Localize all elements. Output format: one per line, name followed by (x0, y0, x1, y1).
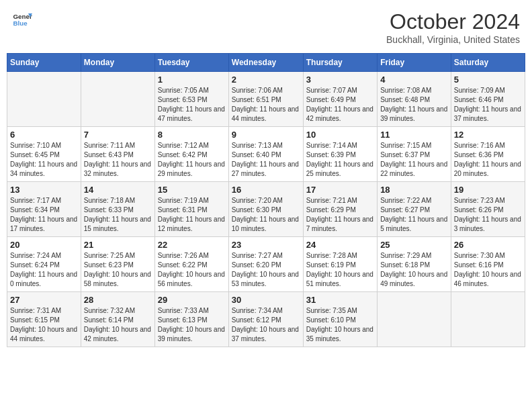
sunrise-text: Sunrise: 7:21 AM (306, 197, 357, 204)
day-number: 30 (232, 295, 300, 305)
calendar-cell: 2 Sunrise: 7:06 AM Sunset: 6:51 PM Dayli… (228, 72, 303, 127)
day-info: Sunrise: 7:32 AM Sunset: 6:14 PM Dayligh… (84, 306, 152, 344)
calendar-cell: 15 Sunrise: 7:19 AM Sunset: 6:31 PM Dayl… (154, 182, 228, 237)
calendar-body: 1 Sunrise: 7:05 AM Sunset: 6:53 PM Dayli… (7, 72, 525, 347)
sunrise-text: Sunrise: 7:31 AM (10, 307, 61, 314)
weekday-header-tuesday: Tuesday (154, 54, 228, 72)
page-header: General Blue October 2024 Buckhall, Virg… (7, 7, 525, 48)
daylight-text: Daylight: 10 hours and 46 minutes. (454, 271, 521, 287)
sunset-text: Sunset: 6:29 PM (306, 206, 356, 214)
day-number: 10 (306, 130, 374, 140)
daylight-text: Daylight: 10 hours and 53 minutes. (232, 271, 299, 287)
day-info: Sunrise: 7:33 AM Sunset: 6:13 PM Dayligh… (158, 306, 226, 344)
sunset-text: Sunset: 6:27 PM (380, 206, 430, 214)
daylight-text: Daylight: 11 hours and 27 minutes. (232, 161, 299, 177)
calendar-cell: 21 Sunrise: 7:25 AM Sunset: 6:23 PM Dayl… (81, 237, 154, 292)
calendar-cell: 1 Sunrise: 7:05 AM Sunset: 6:53 PM Dayli… (154, 72, 228, 127)
day-number: 24 (306, 240, 374, 250)
daylight-text: Daylight: 11 hours and 25 minutes. (306, 161, 373, 177)
day-number: 3 (306, 75, 374, 85)
day-number: 9 (232, 130, 300, 140)
day-number: 11 (380, 130, 448, 140)
day-info: Sunrise: 7:22 AM Sunset: 6:27 PM Dayligh… (380, 196, 448, 234)
day-info: Sunrise: 7:20 AM Sunset: 6:30 PM Dayligh… (232, 196, 300, 234)
day-number: 15 (158, 185, 226, 195)
daylight-text: Daylight: 11 hours and 34 minutes. (10, 161, 77, 177)
day-number: 28 (84, 295, 152, 305)
daylight-text: Daylight: 10 hours and 39 minutes. (158, 326, 225, 342)
sunset-text: Sunset: 6:37 PM (380, 151, 430, 158)
day-info: Sunrise: 7:19 AM Sunset: 6:31 PM Dayligh… (158, 196, 226, 234)
daylight-text: Daylight: 10 hours and 49 minutes. (380, 271, 447, 287)
day-info: Sunrise: 7:23 AM Sunset: 6:26 PM Dayligh… (454, 196, 522, 234)
daylight-text: Daylight: 11 hours and 37 minutes. (454, 105, 521, 122)
logo: General Blue (12, 9, 32, 30)
calendar-week-row: 20 Sunrise: 7:24 AM Sunset: 6:24 PM Dayl… (7, 237, 525, 292)
sunrise-text: Sunrise: 7:14 AM (306, 142, 357, 149)
day-number: 14 (84, 185, 152, 195)
day-number: 21 (84, 240, 152, 250)
daylight-text: Daylight: 10 hours and 56 minutes. (158, 271, 225, 287)
sunset-text: Sunset: 6:45 PM (10, 151, 60, 158)
calendar-cell: 5 Sunrise: 7:09 AM Sunset: 6:46 PM Dayli… (451, 72, 525, 127)
sunrise-text: Sunrise: 7:16 AM (454, 142, 505, 149)
day-info: Sunrise: 7:25 AM Sunset: 6:23 PM Dayligh… (84, 251, 152, 289)
day-info: Sunrise: 7:31 AM Sunset: 6:15 PM Dayligh… (10, 306, 78, 344)
weekday-header-thursday: Thursday (303, 54, 377, 72)
sunset-text: Sunset: 6:43 PM (84, 151, 134, 158)
weekday-header-wednesday: Wednesday (228, 54, 303, 72)
sunset-text: Sunset: 6:22 PM (158, 261, 208, 269)
title-block: October 2024 Buckhall, Virginia, United … (386, 9, 520, 45)
daylight-text: Daylight: 10 hours and 44 minutes. (10, 326, 77, 342)
sunset-text: Sunset: 6:12 PM (232, 316, 281, 324)
daylight-text: Daylight: 10 hours and 58 minutes. (84, 271, 151, 287)
sunset-text: Sunset: 6:53 PM (158, 96, 208, 103)
day-info: Sunrise: 7:10 AM Sunset: 6:45 PM Dayligh… (10, 141, 78, 179)
sunset-text: Sunset: 6:46 PM (454, 96, 504, 103)
daylight-text: Daylight: 11 hours and 0 minutes. (10, 271, 77, 287)
calendar-table: SundayMondayTuesdayWednesdayThursdayFrid… (7, 53, 525, 347)
sunset-text: Sunset: 6:20 PM (232, 261, 281, 269)
day-info: Sunrise: 7:11 AM Sunset: 6:43 PM Dayligh… (84, 141, 152, 179)
day-number: 29 (158, 295, 226, 305)
sunset-text: Sunset: 6:16 PM (454, 261, 504, 269)
calendar-cell: 6 Sunrise: 7:10 AM Sunset: 6:45 PM Dayli… (7, 127, 81, 182)
calendar-cell: 25 Sunrise: 7:29 AM Sunset: 6:18 PM Dayl… (378, 237, 451, 292)
sunset-text: Sunset: 6:33 PM (84, 206, 134, 214)
sunrise-text: Sunrise: 7:25 AM (84, 252, 135, 259)
day-info: Sunrise: 7:14 AM Sunset: 6:39 PM Dayligh… (306, 141, 374, 179)
calendar-cell: 31 Sunrise: 7:35 AM Sunset: 6:10 PM Dayl… (303, 292, 377, 347)
daylight-text: Daylight: 11 hours and 22 minutes. (380, 161, 447, 177)
logo-icon: General Blue (12, 9, 32, 30)
calendar-cell: 19 Sunrise: 7:23 AM Sunset: 6:26 PM Dayl… (451, 182, 525, 237)
sunrise-text: Sunrise: 7:28 AM (306, 252, 357, 259)
sunrise-text: Sunrise: 7:19 AM (158, 197, 209, 204)
calendar-cell: 13 Sunrise: 7:17 AM Sunset: 6:34 PM Dayl… (7, 182, 81, 237)
day-info: Sunrise: 7:12 AM Sunset: 6:42 PM Dayligh… (158, 141, 226, 179)
sunrise-text: Sunrise: 7:23 AM (454, 197, 505, 204)
sunset-text: Sunset: 6:18 PM (380, 261, 430, 269)
sunset-text: Sunset: 6:30 PM (232, 206, 281, 214)
daylight-text: Daylight: 11 hours and 42 minutes. (306, 105, 373, 122)
day-number: 16 (232, 185, 300, 195)
sunset-text: Sunset: 6:19 PM (306, 261, 356, 269)
daylight-text: Daylight: 10 hours and 35 minutes. (306, 326, 373, 342)
calendar-cell: 8 Sunrise: 7:12 AM Sunset: 6:42 PM Dayli… (154, 127, 228, 182)
calendar-cell: 20 Sunrise: 7:24 AM Sunset: 6:24 PM Dayl… (7, 237, 81, 292)
day-info: Sunrise: 7:07 AM Sunset: 6:49 PM Dayligh… (306, 86, 374, 124)
weekday-header-sunday: Sunday (7, 54, 81, 72)
day-number: 19 (454, 185, 522, 195)
weekday-header-monday: Monday (81, 54, 154, 72)
calendar-cell: 30 Sunrise: 7:34 AM Sunset: 6:12 PM Dayl… (228, 292, 303, 347)
day-number: 5 (454, 75, 522, 85)
day-info: Sunrise: 7:08 AM Sunset: 6:48 PM Dayligh… (380, 86, 448, 124)
day-info: Sunrise: 7:21 AM Sunset: 6:29 PM Dayligh… (306, 196, 374, 234)
day-info: Sunrise: 7:35 AM Sunset: 6:10 PM Dayligh… (306, 306, 374, 344)
day-info: Sunrise: 7:24 AM Sunset: 6:24 PM Dayligh… (10, 251, 78, 289)
calendar-cell (378, 292, 451, 347)
day-info: Sunrise: 7:27 AM Sunset: 6:20 PM Dayligh… (232, 251, 300, 289)
daylight-text: Daylight: 10 hours and 51 minutes. (306, 271, 373, 287)
sunrise-text: Sunrise: 7:22 AM (380, 197, 431, 204)
sunrise-text: Sunrise: 7:06 AM (232, 87, 283, 94)
day-number: 8 (158, 130, 226, 140)
